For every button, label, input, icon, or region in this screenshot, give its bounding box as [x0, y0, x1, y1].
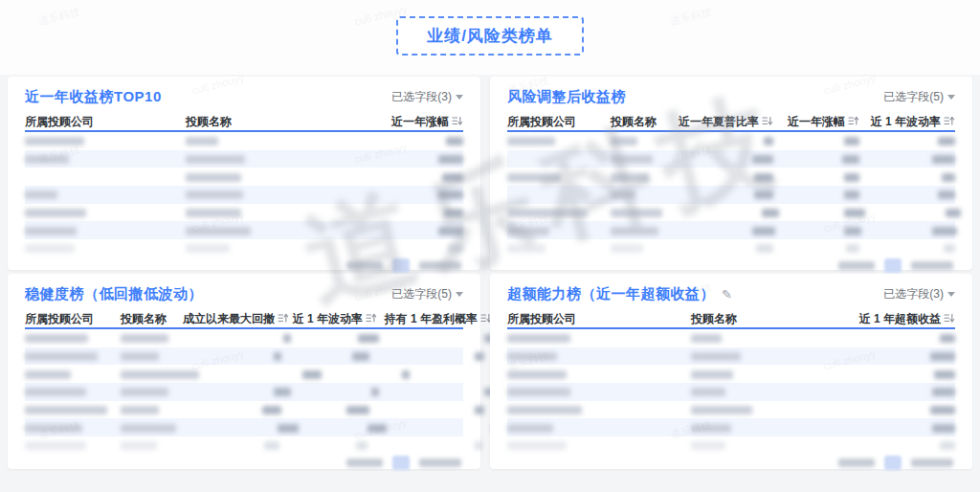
table-cell [25, 239, 186, 257]
redacted-text [438, 155, 463, 164]
redacted-text [283, 334, 291, 343]
table-cell [121, 347, 159, 365]
table-cell [402, 366, 410, 383]
table-cell [611, 204, 662, 221]
redacted-text [846, 244, 859, 253]
redacted-text [844, 227, 861, 235]
sort-asc-icon [278, 312, 289, 326]
redacted-text [446, 137, 463, 145]
selected-fields-dropdown[interactable]: 已选字段(5) [883, 89, 955, 105]
redacted-text [752, 155, 773, 164]
table-cell [186, 150, 356, 168]
pagination-prev[interactable] [838, 261, 875, 270]
table-cell [25, 132, 186, 149]
pagination-next[interactable] [911, 261, 953, 270]
pagination [25, 258, 463, 274]
column-header[interactable]: 成立以来最大回撤 [183, 311, 289, 327]
pagination-prev[interactable] [838, 458, 875, 467]
redacted-text [691, 424, 731, 433]
table-cell [932, 222, 957, 239]
column-header[interactable]: 近一年涨幅 [788, 114, 859, 130]
pagination-current-page[interactable] [884, 456, 902, 470]
redacted-text [402, 370, 410, 379]
column-header-label: 近 1 年波动率 [293, 311, 363, 327]
redacted-text [691, 406, 752, 414]
table-row [507, 186, 955, 204]
table-cell [942, 168, 955, 186]
redacted-text [930, 352, 955, 361]
column-header[interactable]: 持有 1 年盈利概率 [385, 311, 492, 327]
redacted-text [611, 227, 658, 235]
table-row [507, 329, 955, 347]
redacted-text [611, 137, 637, 145]
table-cell [691, 329, 833, 347]
table-row [507, 132, 955, 150]
table-cell [438, 150, 463, 168]
column-header-label: 近一年夏普比率 [679, 114, 759, 130]
column-header[interactable]: 近 1 年超额收益 [859, 311, 955, 327]
table-row [25, 383, 463, 401]
redacted-text [186, 227, 251, 235]
column-header-label: 近 1 年超额收益 [859, 311, 941, 327]
pagination-current-page[interactable] [392, 258, 410, 273]
redacted-text [186, 173, 241, 182]
table-cell [25, 329, 121, 347]
redacted-text [368, 424, 387, 433]
redacted-text [371, 388, 379, 396]
pagination-current-page[interactable] [884, 258, 902, 273]
table-cell [274, 383, 291, 400]
redacted-text [25, 155, 69, 164]
table-cell [25, 150, 186, 168]
pagination-next[interactable] [419, 458, 461, 467]
table-cell [842, 150, 859, 168]
table-cell [507, 436, 691, 454]
pagination-prev[interactable] [346, 458, 383, 467]
pagination-next[interactable] [911, 458, 953, 467]
table-cell [611, 186, 657, 203]
table-cell [507, 132, 611, 149]
column-header-label: 投顾名称 [691, 311, 737, 327]
panel-yearly-return-top10: 近一年收益榜TOP10 已选字段(3) 所属投顾公司投顾名称近一年涨幅 [8, 77, 480, 270]
redacted-text [507, 352, 557, 361]
pagination-prev[interactable] [346, 261, 383, 270]
edit-icon[interactable]: ✎ [722, 287, 732, 302]
table-cell [762, 204, 779, 221]
table-cell [25, 419, 121, 436]
column-header[interactable]: 近一年涨幅 [391, 114, 463, 130]
column-header-label: 近 1 年波动率 [871, 114, 941, 130]
table-cell [186, 168, 356, 186]
table-cell [846, 239, 859, 257]
table-cell [844, 204, 865, 221]
table-cell [358, 329, 379, 347]
table-cell [186, 186, 356, 203]
redacted-text [25, 441, 86, 450]
selected-fields-dropdown[interactable]: 已选字段(5) [391, 286, 463, 302]
column-header: 投顾名称 [186, 114, 356, 130]
table-cell [121, 436, 157, 454]
table-row [25, 132, 463, 150]
pagination-next[interactable] [419, 261, 461, 270]
table-cell [844, 132, 859, 149]
redacted-text [264, 441, 279, 450]
column-header[interactable]: 近 1 年波动率 [871, 114, 955, 130]
column-header-label: 所属投顾公司 [25, 114, 94, 130]
table-row [507, 221, 955, 239]
table-cell [186, 222, 356, 239]
selected-fields-dropdown[interactable]: 已选字段(3) [391, 89, 463, 105]
pagination-current-page[interactable] [392, 456, 410, 470]
panel-title: 风险调整后收益榜 [507, 88, 626, 106]
column-header[interactable]: 近一年夏普比率 [679, 114, 773, 130]
redacted-text [25, 209, 86, 217]
table-cell [438, 186, 463, 203]
selected-fields-dropdown[interactable]: 已选字段(3) [883, 286, 955, 302]
redacted-text [930, 406, 955, 414]
redacted-text [186, 190, 243, 199]
table-cell [262, 401, 281, 418]
column-header[interactable]: 近 1 年波动率 [293, 311, 377, 327]
redacted-text [507, 334, 570, 343]
redacted-text [762, 209, 779, 217]
redacted-text [507, 227, 549, 235]
table-cell [121, 366, 199, 383]
redacted-text [844, 173, 859, 182]
redacted-text [438, 190, 463, 199]
